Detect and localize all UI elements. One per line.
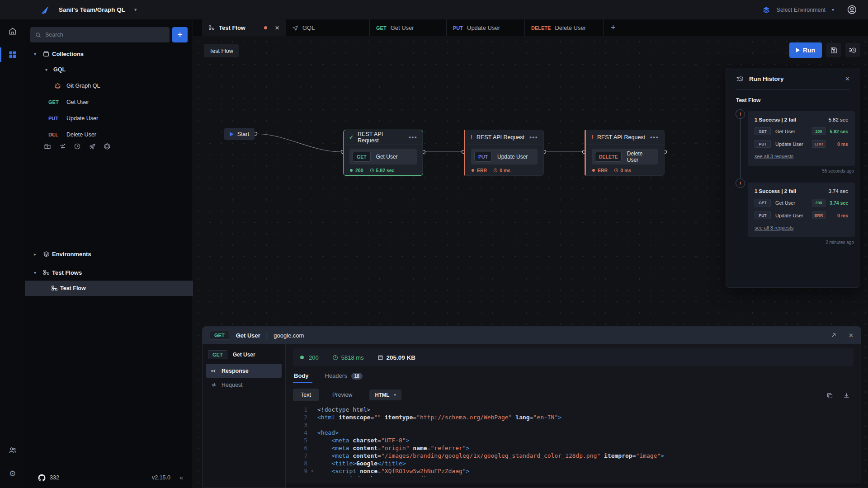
tab-delete-user[interactable]: DELETE Delete User <box>525 19 604 36</box>
format-dropdown[interactable]: HTML ▾ <box>369 389 401 400</box>
community-icon[interactable] <box>0 438 25 462</box>
add-button[interactable]: + <box>172 27 188 42</box>
workspace-title[interactable]: Sanil's Team/Graph QL <box>59 6 125 13</box>
sidebar-item-environments[interactable]: ▸ Environments <box>34 248 91 260</box>
node-title: REST API Request <box>358 131 405 144</box>
run-history-button[interactable] <box>845 43 860 57</box>
avatar[interactable] <box>847 5 857 15</box>
sidebar-item-response[interactable]: Response <box>206 364 282 378</box>
save-button[interactable] <box>826 43 841 57</box>
copy-icon[interactable] <box>826 392 833 399</box>
size-box-icon <box>377 355 383 361</box>
response-panel: GET Get User | google.com ✕ GET Get User… <box>202 326 861 488</box>
test-flows-label: Test Flows <box>52 269 82 276</box>
code-viewer[interactable]: 1<!doctype html>2<html itemscope="" item… <box>293 406 854 477</box>
graphql-icon <box>48 83 66 89</box>
caret-right-icon[interactable]: ▸ <box>34 252 40 257</box>
github-star-count[interactable]: 332 <box>50 474 59 481</box>
import-swap-icon[interactable] <box>59 143 66 150</box>
run-card[interactable]: 1 Success | 2 fail 5.82 sec GET Get User… <box>748 111 855 166</box>
home-icon[interactable] <box>0 19 25 43</box>
close-tab-icon[interactable]: ✕ <box>275 25 279 31</box>
unsaved-dot <box>264 26 267 29</box>
sidebar-item-git-graph-ql[interactable]: Git Graph QL <box>48 80 100 92</box>
new-tab-button[interactable]: + <box>604 19 623 36</box>
node-request-chip[interactable]: GET Get User <box>349 149 417 164</box>
sidebar-item-get-user[interactable]: GET Get User <box>48 96 89 108</box>
node-title: REST API Request <box>476 134 524 141</box>
separator: | <box>266 332 268 339</box>
status-dot <box>350 169 353 172</box>
tab-test-flow[interactable]: Test Flow ✕ <box>202 19 286 36</box>
success-check-icon: ✓ <box>349 134 354 141</box>
request-name: Get User <box>236 332 260 339</box>
request-time: 0 ms <box>826 141 848 147</box>
github-icon[interactable] <box>38 474 46 482</box>
history-clock-icon[interactable] <box>74 143 81 150</box>
node-request-chip[interactable]: PUT Update User <box>471 149 538 164</box>
node-request-chip[interactable]: DELETE Delete User <box>592 149 658 164</box>
request-swap-icon <box>211 382 217 388</box>
node-menu-icon[interactable]: ●●● <box>529 135 538 140</box>
node-rest-update-user[interactable]: ! REST API Request ●●● PUT Update User E… <box>464 130 544 176</box>
sidebar-item-update-user[interactable]: PUT Update User <box>48 112 98 125</box>
view-preview-button[interactable]: Preview <box>332 392 352 398</box>
method-badge: GET <box>755 199 771 206</box>
expand-panel-icon[interactable] <box>830 332 837 339</box>
new-folder-icon[interactable] <box>44 143 51 150</box>
error-bang-icon: ! <box>471 134 472 141</box>
sidebar-item-test-flow[interactable]: Test Flow <box>25 281 193 296</box>
method-badge: DEL <box>48 132 64 137</box>
run-status-circle: ! <box>736 178 745 188</box>
environment-selector[interactable]: Select Environment <box>777 7 826 13</box>
status-dot <box>300 356 304 359</box>
caret-down-icon[interactable]: ▾ <box>45 67 52 72</box>
tab-headers[interactable]: Headers <box>325 372 347 383</box>
request-name: Get User <box>376 154 398 160</box>
node-rest-get-user[interactable]: ✓ REST API Request ●●● GET Get User 200 … <box>343 130 423 176</box>
environment-caret-icon[interactable]: ▾ <box>832 7 834 12</box>
start-node[interactable]: Start <box>224 128 255 140</box>
view-text-button[interactable]: Text <box>293 389 319 401</box>
send-plane-icon[interactable] <box>89 143 96 150</box>
response-icon <box>211 368 217 374</box>
sidebar-item-test-flows[interactable]: ▾ Test Flows <box>34 266 82 279</box>
sidebar-folder-gql[interactable]: ▾ GQL <box>45 63 66 76</box>
code-scrollbar-track[interactable] <box>286 483 861 488</box>
environments-label: Environments <box>52 251 91 258</box>
node-menu-icon[interactable]: ●●● <box>409 135 417 140</box>
settings-gear-icon[interactable]: ⚙ <box>0 462 25 485</box>
search-input[interactable] <box>45 32 165 38</box>
workspace-grid-icon[interactable] <box>0 43 25 66</box>
run-card[interactable]: 1 Success | 2 fail 3.74 sec GET Get User… <box>748 183 855 237</box>
workspace-caret-icon[interactable]: ▾ <box>134 7 137 13</box>
collapse-sidebar-button[interactable]: « <box>179 474 183 481</box>
run-label: Run <box>803 47 815 54</box>
method-badge: GET <box>353 152 371 162</box>
node-rest-delete-user[interactable]: ! REST API Request ●●● DELETE Delete Use… <box>585 130 665 176</box>
search-box[interactable] <box>30 27 170 42</box>
graphql-hexagon-icon[interactable] <box>104 143 111 150</box>
tab-gql[interactable]: GQL <box>286 19 370 36</box>
request-name: Get User <box>775 129 812 134</box>
see-all-requests-link[interactable]: see all 3 requests <box>755 225 793 230</box>
see-all-requests-link[interactable]: see all 3 requests <box>755 154 793 159</box>
app-root: Sanil's Team/Graph QL ▾ Select Environme… <box>0 0 868 488</box>
download-icon[interactable] <box>843 392 850 399</box>
tab-update-user[interactable]: PUT Update User <box>447 19 525 36</box>
tab-body[interactable]: Body <box>294 372 309 383</box>
status-code: ERR <box>598 168 608 173</box>
sidebar-item-delete-user[interactable]: DEL Delete User <box>48 128 96 141</box>
caret-down-icon[interactable]: ▾ <box>34 52 40 56</box>
sidebar-item-collections[interactable]: ▾ Collections <box>34 47 84 60</box>
run-status-circle: ! <box>736 109 745 119</box>
layers-icon <box>40 251 52 258</box>
tab-get-user[interactable]: GET Get User <box>370 19 447 36</box>
close-run-history-icon[interactable]: ✕ <box>845 75 850 82</box>
node-menu-icon[interactable]: ●●● <box>650 135 659 140</box>
status-badge: ERR <box>812 140 826 148</box>
sidebar-item-request[interactable]: Request <box>206 378 282 392</box>
caret-down-icon[interactable]: ▾ <box>34 270 40 275</box>
run-button[interactable]: Run <box>789 42 822 58</box>
close-panel-icon[interactable]: ✕ <box>849 332 854 339</box>
